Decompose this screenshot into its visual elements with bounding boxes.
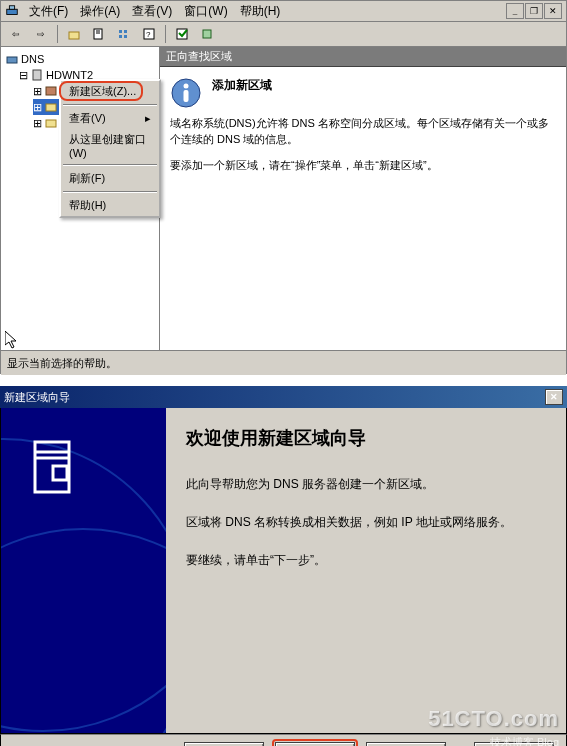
svg-rect-21 (184, 90, 189, 102)
menu-help[interactable]: 帮助(H) (240, 3, 281, 20)
wizard-close-button[interactable]: ✕ (545, 389, 563, 405)
menu-operate[interactable]: 操作(A) (80, 3, 120, 20)
wizard-heading: 欢迎使用新建区域向导 (186, 426, 546, 450)
statusbar: 显示当前选择的帮助。 (1, 350, 566, 375)
folder-icon (44, 116, 58, 130)
svg-rect-15 (33, 70, 41, 80)
svg-rect-1 (9, 6, 14, 10)
wizard-titlebar: 新建区域向导 ✕ (0, 386, 567, 408)
wizard-graphic (1, 408, 166, 733)
props-button[interactable] (88, 23, 110, 45)
next-button[interactable]: 下一步(N) > (275, 742, 355, 747)
book-icon (44, 84, 58, 98)
ctx-view[interactable]: 查看(V)▸ (61, 108, 159, 129)
back-button[interactable]: < 上一步(B) (184, 742, 264, 747)
restore-button[interactable]: ❐ (525, 3, 543, 19)
svg-rect-26 (53, 466, 67, 480)
menu-view[interactable]: 查看(V) (132, 3, 172, 20)
info-text-1: 域名称系统(DNS)允许将 DNS 名称空间分成区域。每个区域存储有关一个或多个… (170, 115, 556, 147)
dns-mmc-window: 文件(F) 操作(A) 查看(V) 窗口(W) 帮助(H) _ ❐ ✕ ⇦ ⇨ … (0, 0, 567, 374)
context-menu: 新建区域(Z)... 查看(V)▸ 从这里创建窗口(W) 刷新(F) 帮助(H) (59, 79, 161, 218)
refresh-button[interactable]: ? (138, 23, 160, 45)
next-highlight: 下一步(N) > (272, 739, 358, 747)
svg-text:?: ? (146, 30, 151, 39)
svg-rect-0 (7, 9, 18, 14)
list-button[interactable] (113, 23, 135, 45)
svg-marker-22 (5, 331, 16, 348)
wizard-body: 欢迎使用新建区域向导 此向导帮助您为 DNS 服务器创建一个新区域。 区域将 D… (0, 408, 567, 734)
toolbar: ⇦ ⇨ ? (1, 22, 566, 47)
info-icon (170, 77, 202, 109)
server-graphic-icon (29, 438, 79, 498)
svg-rect-9 (124, 35, 127, 38)
svg-rect-14 (7, 57, 17, 63)
export-button[interactable] (171, 23, 193, 45)
ctx-new-zone[interactable]: 新建区域(Z)... (61, 81, 159, 102)
svg-rect-17 (46, 104, 56, 111)
menu-window[interactable]: 窗口(W) (184, 3, 227, 20)
up-button[interactable] (63, 23, 85, 45)
menubar: 文件(F) 操作(A) 查看(V) 窗口(W) 帮助(H) _ ❐ ✕ (1, 1, 566, 22)
minimize-button[interactable]: _ (506, 3, 524, 19)
app-icon (5, 4, 19, 18)
ctx-from-here[interactable]: 从这里创建窗口(W) (61, 129, 159, 162)
cursor-icon (5, 331, 19, 351)
wizard-content: 欢迎使用新建区域向导 此向导帮助您为 DNS 服务器创建一个新区域。 区域将 D… (166, 408, 566, 733)
right-panel: 正向查找区域 添加新区域 域名称系统(DNS)允许将 DNS 名称空间分成区域。… (160, 47, 566, 350)
help-button[interactable]: 帮助 (474, 742, 554, 747)
menu-file[interactable]: 文件(F) (29, 3, 68, 20)
close-button[interactable]: ✕ (544, 3, 562, 19)
back-button[interactable]: ⇦ (5, 23, 27, 45)
wizard-line-3: 要继续，请单击“下一步”。 (186, 550, 546, 570)
svg-point-20 (184, 84, 189, 89)
info-text-2: 要添加一个新区域，请在“操作”菜单，单击“新建区域”。 (170, 157, 556, 173)
svg-rect-13 (203, 30, 211, 38)
help-button[interactable] (196, 23, 218, 45)
info-title: 添加新区域 (170, 77, 556, 94)
folder-icon (44, 100, 58, 114)
svg-rect-16 (46, 87, 56, 95)
dns-icon (5, 52, 19, 66)
right-header: 正向查找区域 (160, 47, 566, 67)
svg-rect-7 (124, 30, 127, 33)
server-icon (30, 68, 44, 82)
tree-root[interactable]: DNS (5, 51, 155, 67)
wizard-line-2: 区域将 DNS 名称转换成相关数据，例如 IP 地址或网络服务。 (186, 512, 546, 532)
ctx-help[interactable]: 帮助(H) (61, 195, 159, 216)
wizard-footer: < 上一步(B) 下一步(N) > 取消 帮助 (0, 734, 567, 746)
right-body: 添加新区域 域名称系统(DNS)允许将 DNS 名称空间分成区域。每个区域存储有… (160, 67, 566, 350)
ctx-refresh[interactable]: 刷新(F) (61, 168, 159, 189)
forward-button[interactable]: ⇨ (30, 23, 52, 45)
wizard-line-1: 此向导帮助您为 DNS 服务器创建一个新区域。 (186, 474, 546, 494)
window-buttons: _ ❐ ✕ (505, 3, 562, 19)
wizard-title-text: 新建区域向导 (4, 390, 70, 405)
svg-rect-18 (46, 120, 56, 127)
svg-rect-6 (119, 30, 122, 33)
cancel-button[interactable]: 取消 (366, 742, 446, 747)
wizard-dialog: 新建区域向导 ✕ 欢迎使用新建区域向导 此向导帮助您为 DNS 服务器创建一个新… (0, 386, 567, 746)
svg-rect-2 (69, 32, 79, 39)
svg-rect-8 (119, 35, 122, 38)
